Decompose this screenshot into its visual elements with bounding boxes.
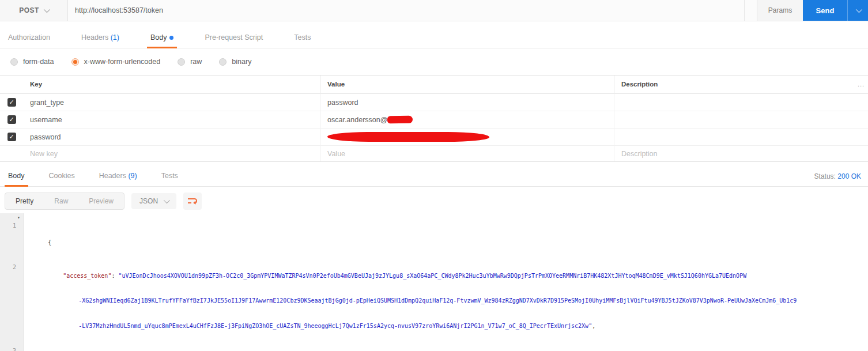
request-bar: POST Params Send xyxy=(0,0,868,21)
table-row-password: ✓ password xyxy=(0,128,868,145)
headers-count-badge: (9) xyxy=(128,172,137,180)
line-number: 3 xyxy=(0,347,16,351)
description-cell[interactable] xyxy=(614,94,858,111)
language-label: JSON xyxy=(139,197,158,205)
view-mode-group: Pretty Raw Preview xyxy=(5,193,124,210)
response-section: Body Cookies Headers (9) Tests Status: 2… xyxy=(0,168,868,351)
tab-response-body[interactable]: Body xyxy=(5,167,28,186)
json-string-value: -LV37MzhzHmdUL5nmd_uYquc8mPEmexL4uCHfFzJ… xyxy=(78,323,592,329)
radio-icon xyxy=(219,58,227,66)
key-cell[interactable]: grant_type xyxy=(23,99,320,107)
kv-table-header: Key Value Description ... xyxy=(0,76,868,93)
headers-count-badge: (1) xyxy=(111,33,119,41)
line-number: 2 xyxy=(0,263,16,272)
header-checkbox-cell xyxy=(0,76,23,93)
value-text: oscar.andersson@ xyxy=(327,116,387,124)
redaction-mark xyxy=(387,116,413,123)
code-line-3: 3 "token_type": "bearer", xyxy=(0,339,868,351)
json-comma: , xyxy=(592,323,595,329)
redaction-mark xyxy=(327,132,489,142)
method-label: POST xyxy=(19,6,39,14)
tab-response-headers[interactable]: Headers (9) xyxy=(96,167,141,186)
response-tabs: Body Cookies Headers (9) Tests Status: 2… xyxy=(0,168,868,187)
fold-caret-icon[interactable]: ▾ xyxy=(17,214,20,222)
json-key: "access_token" xyxy=(63,273,111,279)
urlencoded-kv-table: Key Value Description ... ✓ grant_type p… xyxy=(0,75,868,162)
line-number: 1 xyxy=(0,222,16,231)
radio-icon xyxy=(178,58,185,66)
column-header-description: Description xyxy=(614,76,858,93)
code-line-2: 2 "access_token": "uVJEonDcJhoos4XOVOU1d… xyxy=(0,255,868,289)
preview-button[interactable]: Preview xyxy=(78,193,124,209)
value-cell[interactable]: password xyxy=(320,94,614,111)
tab-cookies[interactable]: Cookies xyxy=(46,167,78,186)
row-checkbox[interactable]: ✓ xyxy=(7,115,16,124)
new-description-input[interactable]: Description xyxy=(614,146,858,161)
row-checkbox[interactable]: ✓ xyxy=(7,133,16,141)
tab-headers[interactable]: Headers (1) xyxy=(78,29,123,48)
tab-headers-label: Headers xyxy=(99,172,126,180)
radio-label: binary xyxy=(232,58,251,66)
radio-label: x-www-form-urlencoded xyxy=(84,58,161,66)
row-checkbox[interactable]: ✓ xyxy=(7,98,16,107)
value-cell[interactable] xyxy=(320,129,614,145)
radio-label: form-data xyxy=(23,58,54,66)
chevron-down-icon xyxy=(44,6,50,13)
table-row-username: ✓ username oscar.andersson@ xyxy=(0,111,868,128)
new-value-input[interactable]: Value xyxy=(320,146,614,161)
wrap-text-icon xyxy=(187,197,198,206)
body-type-selector: form-data x-www-form-urlencoded raw bina… xyxy=(0,48,868,75)
radio-binary[interactable]: binary xyxy=(219,58,251,66)
table-row-grant-type: ✓ grant_type password xyxy=(0,93,868,111)
body-has-content-dot xyxy=(169,36,173,40)
key-cell[interactable]: password xyxy=(23,133,320,141)
code-line-1: 1 ▾ { xyxy=(0,213,868,255)
url-field-container xyxy=(68,0,744,21)
chevron-down-icon xyxy=(855,6,862,13)
pretty-button[interactable]: Pretty xyxy=(5,193,44,209)
more-options-icon[interactable]: ... xyxy=(858,81,868,88)
send-options-button[interactable] xyxy=(847,0,868,21)
tab-tests[interactable]: Tests xyxy=(290,29,314,48)
code-line-2-wrap-1: -XG2shgWNIIeqd6Zaj1B9KLTrufYFFaYfBzI7JkJ… xyxy=(0,289,868,314)
column-header-value: Value xyxy=(320,76,614,93)
tab-headers-label: Headers xyxy=(81,33,108,41)
json-string-value: "uVJEonDcJhoos4XOVOU1dn99pZF3h-OC2c0_3Gp… xyxy=(118,273,746,279)
status-indicator: Status: 200 OK xyxy=(814,172,861,180)
json-colon: : xyxy=(111,273,118,279)
radio-form-data[interactable]: form-data xyxy=(10,58,54,66)
value-cell[interactable]: oscar.andersson@ xyxy=(320,111,614,128)
tab-body-label: Body xyxy=(150,33,167,41)
status-badge[interactable]: 200 OK xyxy=(837,172,861,180)
tab-authorization[interactable]: Authorization xyxy=(5,29,54,48)
tab-pre-request-script[interactable]: Pre-request Script xyxy=(201,29,266,48)
column-header-key: Key xyxy=(23,81,320,88)
radio-icon xyxy=(10,58,18,66)
wrap-text-button[interactable] xyxy=(183,193,202,210)
description-cell[interactable] xyxy=(614,129,858,145)
chevron-down-icon xyxy=(164,197,170,203)
tab-response-tests[interactable]: Tests xyxy=(158,167,182,186)
radio-label: raw xyxy=(190,58,202,66)
table-row-new: New key Value Description xyxy=(0,145,868,161)
open-brace: { xyxy=(48,239,51,246)
key-cell[interactable]: username xyxy=(23,116,320,124)
raw-button[interactable]: Raw xyxy=(44,193,78,209)
status-label: Status: xyxy=(814,172,836,180)
params-button[interactable]: Params xyxy=(757,0,803,21)
request-tabs: Authorization Headers (1) Body Pre-reque… xyxy=(0,26,868,48)
toolbar-separator xyxy=(744,0,757,21)
url-input[interactable] xyxy=(75,6,744,14)
code-line-2-wrap-2: -LV37MzhzHmdUL5nmd_uYquc8mPEmexL4uCHfFzJ… xyxy=(0,314,868,339)
method-dropdown[interactable]: POST xyxy=(0,0,68,21)
new-key-input[interactable]: New key xyxy=(23,150,320,158)
tab-body[interactable]: Body xyxy=(147,29,178,48)
description-cell[interactable] xyxy=(614,111,858,128)
language-dropdown[interactable]: JSON xyxy=(131,193,176,209)
radio-x-www-form-urlencoded[interactable]: x-www-form-urlencoded xyxy=(71,58,161,66)
radio-raw[interactable]: raw xyxy=(178,58,202,66)
send-button[interactable]: Send xyxy=(803,0,847,21)
radio-selected-icon xyxy=(71,58,79,66)
json-string-value: -XG2shgWNIIeqd6Zaj1B9KLTrufYFFaYfBzI7JkJ… xyxy=(78,297,797,304)
response-body-viewer[interactable]: 1 ▾ { 2 "access_token": "uVJEonDcJhoos4X… xyxy=(0,213,868,351)
